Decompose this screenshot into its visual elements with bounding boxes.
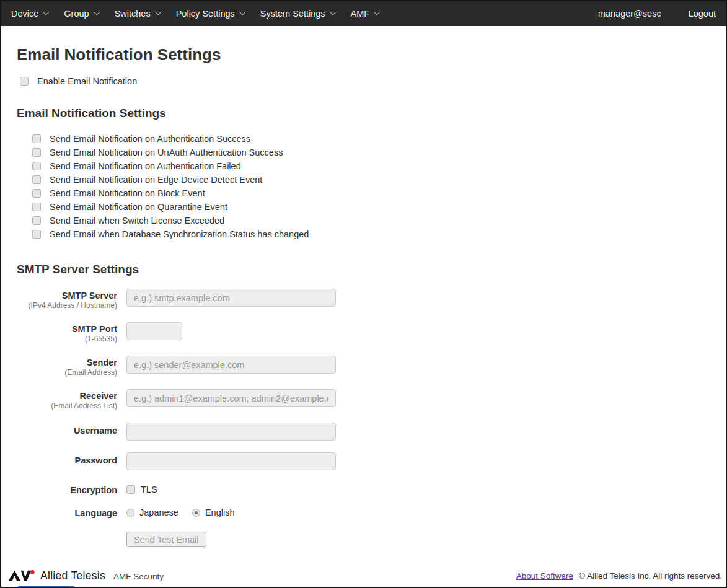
receiver-input[interactable]: [126, 389, 336, 407]
smtp-settings-heading: SMTP Server Settings: [17, 263, 726, 276]
notification-label: Send Email Notification on Edge Device D…: [50, 175, 262, 185]
language-row: Language Japanese English: [17, 505, 726, 519]
sender-row: Sender (Email Address): [17, 356, 726, 377]
encryption-options: TLS: [126, 483, 726, 494]
password-row: Password: [17, 452, 726, 470]
chevron-down-icon: [330, 9, 336, 15]
notification-item-db-sync-changed: Send Email when Database Synchronization…: [32, 227, 726, 241]
smtp-port-input[interactable]: [126, 322, 182, 340]
brand-wordmark: Allied Telesis: [40, 569, 105, 582]
nav-item-policy-settings[interactable]: Policy Settings: [168, 1, 252, 26]
notification-item-auth-failed: Send Email Notification on Authenticatio…: [32, 159, 726, 173]
logged-in-user: manager@sesc: [592, 9, 679, 19]
notification-settings-heading: Email Notification Settings: [17, 107, 726, 120]
nav-item-label: Group: [64, 9, 89, 19]
nav-item-system-settings[interactable]: System Settings: [252, 1, 343, 26]
chevron-down-icon: [43, 9, 50, 15]
notification-item-unauth-success: Send Email Notification on UnAuth Authen…: [32, 146, 726, 159]
sender-input[interactable]: [126, 356, 336, 374]
enable-email-notification-label: Enable Email Notification: [37, 76, 137, 86]
footer-right: About Software © Allied Telesis Inc. All…: [516, 571, 722, 581]
username-row: Username: [17, 423, 726, 441]
product-name: AMF Security: [113, 572, 164, 581]
language-japanese-radio[interactable]: [126, 509, 134, 517]
notification-label: Send Email Notification on Block Event: [50, 188, 205, 198]
notification-checkbox[interactable]: [32, 134, 41, 143]
username-input[interactable]: [126, 423, 336, 441]
notification-label: Send Email when Database Synchronization…: [50, 229, 309, 239]
smtp-server-label: SMTP Server (IPv4 Address / Hostname): [17, 289, 117, 310]
smtp-form: SMTP Server (IPv4 Address / Hostname) SM…: [17, 289, 726, 547]
receiver-label: Receiver (Email Address List): [17, 389, 117, 411]
encryption-row: Encryption TLS: [17, 482, 726, 496]
footer: Allied Telesis AMF Security About Softwa…: [1, 566, 726, 586]
send-test-email-button[interactable]: Send Test Email: [126, 532, 206, 547]
notification-checkbox[interactable]: [32, 216, 41, 225]
notification-label: Send Email Notification on UnAuth Authen…: [50, 147, 283, 157]
notification-item-edge-device-detect: Send Email Notification on Edge Device D…: [32, 173, 726, 186]
nav-item-group[interactable]: Group: [56, 1, 106, 26]
chevron-down-icon: [239, 9, 245, 15]
tls-label: TLS: [141, 485, 157, 494]
chevron-down-icon: [94, 9, 100, 15]
smtp-server-row: SMTP Server (IPv4 Address / Hostname): [17, 289, 726, 310]
language-options: Japanese English: [126, 506, 726, 517]
notification-checkbox[interactable]: [32, 175, 41, 184]
notification-label: Send Email Notification on Quarantine Ev…: [50, 202, 227, 212]
notification-checkbox[interactable]: [32, 162, 41, 170]
language-english-radio[interactable]: [192, 509, 200, 517]
smtp-server-input[interactable]: [126, 289, 336, 307]
enable-email-notification-row: Enable Email Notification: [20, 76, 726, 86]
password-label: Password: [17, 452, 117, 466]
brand: Allied Telesis AMF Security: [8, 569, 164, 582]
password-input[interactable]: [126, 452, 336, 470]
copyright-text: © Allied Telesis Inc. All rights reserve…: [579, 571, 722, 581]
notification-checkbox[interactable]: [32, 189, 41, 198]
receiver-row: Receiver (Email Address List): [17, 389, 726, 411]
language-label: Language: [17, 505, 117, 519]
encryption-label: Encryption: [17, 482, 117, 496]
language-japanese-label: Japanese: [139, 507, 178, 517]
nav-item-amf[interactable]: AMF: [343, 1, 387, 26]
notification-checkbox[interactable]: [32, 148, 41, 157]
notification-item-block-event: Send Email Notification on Block Event: [32, 186, 726, 200]
allied-telesis-logo-icon: [8, 569, 37, 582]
smtp-port-row: SMTP Port (1-65535): [17, 322, 726, 344]
language-english-label: English: [205, 507, 235, 517]
notification-checkbox[interactable]: [32, 203, 41, 211]
main-content: Email Notification Settings Enable Email…: [1, 45, 726, 587]
notification-checkbox-list: Send Email Notification on Authenticatio…: [32, 132, 726, 241]
nav-item-label: Device: [11, 9, 38, 19]
nav-item-label: AMF: [351, 9, 370, 19]
page-title: Email Notification Settings: [17, 45, 726, 64]
page: Device Group Switches Policy Settings Sy…: [0, 0, 727, 588]
enable-email-notification-checkbox[interactable]: [20, 77, 29, 86]
about-software-link[interactable]: About Software: [516, 571, 573, 581]
nav-item-device[interactable]: Device: [3, 1, 56, 26]
chevron-down-icon: [374, 9, 380, 15]
notification-item-quarantine-event: Send Email Notification on Quarantine Ev…: [32, 200, 726, 214]
username-label: Username: [17, 423, 117, 436]
tls-checkbox[interactable]: [126, 485, 135, 494]
nav-item-label: Policy Settings: [176, 9, 235, 19]
notification-item-license-exceeded: Send Email when Switch License Exceeded: [32, 214, 726, 227]
logout-button[interactable]: Logout: [679, 1, 726, 26]
top-navbar: Device Group Switches Policy Settings Sy…: [1, 1, 726, 26]
notification-label: Send Email when Switch License Exceeded: [50, 216, 224, 226]
notification-checkbox[interactable]: [32, 230, 41, 239]
notification-label: Send Email Notification on Authenticatio…: [50, 134, 250, 144]
nav-item-switches[interactable]: Switches: [107, 1, 168, 26]
notification-label: Send Email Notification on Authenticatio…: [50, 161, 241, 171]
chevron-down-icon: [155, 9, 161, 15]
nav-right: manager@sesc Logout: [592, 1, 726, 26]
nav-item-label: System Settings: [260, 9, 325, 19]
notification-item-auth-success: Send Email Notification on Authenticatio…: [32, 132, 726, 146]
nav-menu: Device Group Switches Policy Settings Sy…: [1, 1, 387, 26]
sender-label: Sender (Email Address): [17, 356, 117, 377]
nav-item-label: Switches: [115, 9, 151, 19]
smtp-port-label: SMTP Port (1-65535): [17, 322, 117, 344]
